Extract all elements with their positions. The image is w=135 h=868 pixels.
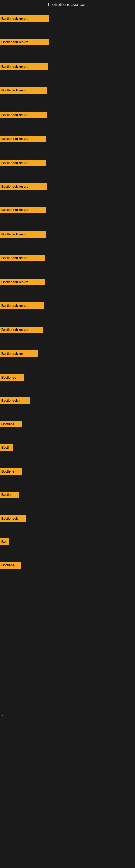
bottleneck-bar: Bottleneck	[0, 516, 26, 522]
bottleneck-bar: Bottleneck result	[0, 160, 46, 166]
bottleneck-bar: Bottleneck result	[0, 135, 46, 142]
bottleneck-bar: Bottleneck result	[0, 39, 49, 45]
bottleneck-bar: Bottleneck result	[0, 327, 43, 333]
bottleneck-bar: Bottleneck result	[0, 183, 47, 190]
bottleneck-bar: Bottleneck result	[0, 231, 46, 238]
bottleneck-bar: Bottleneck res	[0, 350, 38, 357]
bottleneck-bar: Bot	[0, 538, 9, 545]
site-title: TheBottlenecker.com	[0, 0, 135, 9]
bottleneck-bar: Bottleneck r	[0, 397, 30, 404]
bottleneck-bar: Bottleneck result	[0, 112, 47, 118]
bottleneck-bar: Bottlene	[0, 562, 21, 568]
bottleneck-bar: Bottlen	[0, 492, 19, 498]
bottleneck-bar: Bottlenec	[0, 374, 24, 381]
bottleneck-bar: Bottleneck result	[0, 16, 49, 22]
bottleneck-bar: Bottleneck result	[0, 87, 47, 94]
bottleneck-bar: Bottleneck result	[0, 207, 46, 213]
bottleneck-bar: Bottleneck result	[0, 279, 45, 285]
chart-area: TheBottlenecker.com 0 Bottleneck resultB…	[0, 0, 135, 868]
bottleneck-bar: Bottlene	[0, 421, 21, 428]
y-axis-label: 0	[1, 715, 3, 716]
bottleneck-bar: Bottlene	[0, 468, 21, 475]
bottleneck-bar: Bottl	[0, 444, 13, 451]
bottleneck-bar: Bottleneck result	[0, 63, 48, 70]
bottleneck-bar: Bottleneck result	[0, 255, 45, 261]
bottleneck-bar: Bottleneck result	[0, 303, 44, 309]
